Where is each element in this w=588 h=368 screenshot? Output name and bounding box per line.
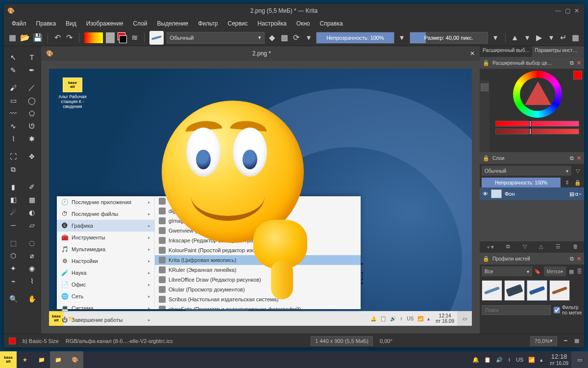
sm-category[interactable]: 💻Система▸: [57, 302, 154, 314]
menu-выделение[interactable]: Выделение: [153, 19, 193, 28]
sm-app-item[interactable]: LibreOffice Draw (Редактор рисунков): [155, 275, 361, 285]
zoom-tool[interactable]: 🔍: [4, 292, 23, 305]
layer-props-button[interactable]: ☰: [556, 243, 561, 251]
inner-clock[interactable]: 12:14 пт 16.09: [433, 313, 457, 324]
menu-файл[interactable]: Файл: [8, 19, 30, 28]
brush-filter-check[interactable]: Фильтр по метке: [554, 305, 582, 315]
menu-сервис[interactable]: Сервис: [223, 19, 251, 28]
layer-opacity-slider[interactable]: Непрозрачность: 100%: [482, 178, 561, 187]
os-task-files-2[interactable]: 📁: [50, 351, 67, 368]
bezier-tool[interactable]: ∿: [4, 120, 23, 132]
sm-app-item[interactable]: showFoto (Просмотр и редактирование фото…: [155, 304, 361, 309]
panel-close-icon[interactable]: ✕: [577, 256, 581, 262]
lock-icon[interactable]: 🔒: [483, 155, 490, 161]
open-doc-button[interactable]: 📂: [20, 32, 30, 43]
pattern-tool[interactable]: ▦: [23, 193, 41, 206]
bezier-select-tool[interactable]: ⌁: [4, 275, 23, 288]
smart-fill-tool[interactable]: ☄: [4, 206, 23, 219]
brush-preset[interactable]: [549, 280, 570, 301]
new-doc-button[interactable]: ▦: [8, 32, 17, 43]
sm-app-item[interactable]: Inkscape (Редактор векторной графики): [155, 236, 361, 245]
ellipse-select-tool[interactable]: ◌: [23, 237, 41, 249]
menu-фильтр[interactable]: Фильтр: [194, 19, 221, 28]
sm-app-item[interactable]: KRuler (Экранная линейка): [155, 265, 361, 275]
show-desktop[interactable]: ▭: [571, 351, 588, 368]
wrap-button[interactable]: ↵: [559, 32, 568, 43]
brush-search-input[interactable]: [482, 305, 551, 315]
keyboard-layout[interactable]: US: [516, 357, 523, 363]
color-picker-tool[interactable]: ✐: [23, 181, 41, 193]
float-icon[interactable]: ⧉: [570, 155, 574, 161]
layer-row[interactable]: 👁 Фон ▤ α ▫: [480, 187, 584, 200]
storage-icon[interactable]: 🗄: [577, 268, 582, 274]
doc-close-button[interactable]: ✕: [465, 50, 480, 57]
sm-app-item[interactable]: Scribus (Настольная издательская система…: [155, 294, 361, 304]
bluetooth-icon[interactable]: ᚼ: [508, 357, 511, 363]
rect-tool[interactable]: ▭: [4, 94, 23, 107]
fill-tool[interactable]: ▮: [4, 181, 23, 193]
opacity-lock-icon-2[interactable]: 🔒: [573, 180, 582, 186]
brush-tool[interactable]: 🖌: [4, 81, 23, 94]
zoom-slider-icon[interactable]: ━: [564, 338, 567, 344]
transform-tool[interactable]: ⛶: [4, 150, 23, 163]
sm-category[interactable]: ⏻Завершение работы▸: [57, 314, 154, 326]
brush-settings-button[interactable]: ≋: [130, 32, 139, 43]
bell-icon[interactable]: 🔔: [472, 357, 479, 363]
pan-tool[interactable]: ✋: [23, 292, 41, 305]
calligraphy-tool[interactable]: ✒: [23, 64, 41, 77]
brush-preset[interactable]: [527, 280, 547, 301]
rect-select-tool[interactable]: ⬚: [4, 237, 23, 249]
add-layer-button[interactable]: ＋▾: [486, 243, 494, 251]
size-down-icon[interactable]: ▾: [491, 32, 500, 43]
visibility-icon[interactable]: 👁: [483, 191, 488, 197]
os-star-button[interactable]: ★: [17, 351, 33, 368]
sm-app-item[interactable]: digiKam (Программа управления фото…: [155, 206, 361, 216]
menu-слой[interactable]: Слой: [129, 19, 151, 28]
layer-prop-icon[interactable]: ▤: [569, 191, 574, 197]
sm-category[interactable]: 🎵Мультимедиа▸: [57, 243, 154, 255]
wifi-icon[interactable]: 📶: [417, 316, 423, 321]
layer-lock-icon[interactable]: ▫: [579, 191, 581, 197]
text-tool[interactable]: T: [23, 51, 41, 64]
grid-view-icon[interactable]: ▦: [569, 268, 574, 275]
sm-app-item[interactable]: Blender (Редактор 3D-моделей): [155, 196, 361, 206]
alpha-lock-toggle[interactable]: ▩: [280, 32, 289, 43]
sm-app-item[interactable]: Okular (Просмотр документов): [155, 285, 361, 294]
sm-category[interactable]: ⚙Настройки▸: [57, 255, 154, 267]
menu-справка[interactable]: Справка: [316, 19, 347, 28]
opacity-lock-icon[interactable]: ⇕: [563, 180, 571, 186]
move-layer-tool[interactable]: ✥: [23, 150, 41, 163]
layer-filter-icon[interactable]: ▽: [573, 168, 582, 174]
clipboard-icon[interactable]: 📋: [380, 316, 386, 321]
layer-blend-select[interactable]: Обычный▾: [482, 166, 571, 176]
sm-category[interactable]: 🌐Сеть▸: [57, 290, 154, 302]
minimize-button[interactable]: —: [555, 7, 561, 14]
chevron-up-icon[interactable]: ▴: [427, 316, 430, 321]
delete-layer-button[interactable]: 🗑: [573, 243, 578, 251]
dynamic-brush-tool[interactable]: ⌇: [4, 132, 23, 145]
brush-tag-select[interactable]: Все▾: [482, 266, 532, 276]
mirror-v-down[interactable]: ▾: [547, 32, 556, 43]
clipboard-icon[interactable]: 📋: [484, 357, 491, 363]
os-start-button[interactable]: basealt: [0, 351, 17, 368]
color-tab-1[interactable]: [481, 83, 489, 91]
sm-category[interactable]: 📄Офис▸: [57, 279, 154, 290]
sb-swatch[interactable]: [9, 338, 16, 344]
menu-окно[interactable]: Окно: [293, 19, 314, 28]
menu-вид[interactable]: Вид: [62, 19, 80, 28]
menu-настройка[interactable]: Настройка: [254, 19, 291, 28]
multibrush-tool[interactable]: ✱: [23, 132, 41, 145]
line-tool[interactable]: ／: [23, 81, 41, 94]
ellipse-tool[interactable]: ◯: [23, 94, 41, 107]
mirror-h-button[interactable]: ▲: [510, 32, 519, 43]
sm-app-item[interactable]: Gwenview (Программа просмотра изображе…: [155, 226, 361, 236]
volume-icon[interactable]: 🔊: [390, 316, 396, 321]
duplicate-layer-button[interactable]: ⧉: [506, 243, 510, 251]
panel-close-icon[interactable]: ✕: [577, 155, 581, 161]
bell-icon[interactable]: 🔔: [370, 316, 376, 321]
gradient-swatch[interactable]: [84, 32, 103, 43]
opacity-down-icon[interactable]: ▾: [397, 32, 407, 43]
bookmark-icon[interactable]: 🔖: [534, 268, 541, 275]
opacity-slider[interactable]: Непрозрачность: 100%: [316, 32, 394, 44]
zoom-select[interactable]: 70,0% ▾: [530, 336, 557, 346]
